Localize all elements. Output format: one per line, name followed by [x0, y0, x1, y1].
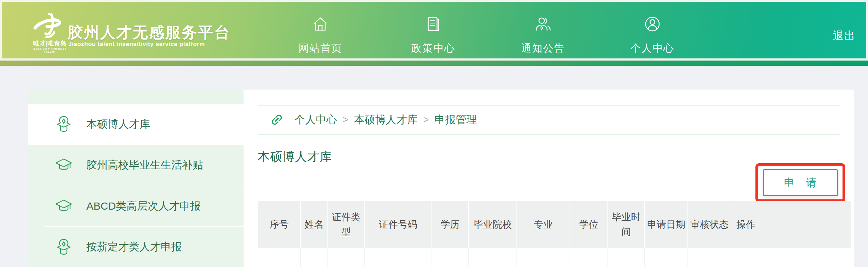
scholar-hat-icon	[55, 116, 72, 133]
graduation-cap-icon	[55, 198, 72, 215]
site-title: 胶州人才无感服务平台	[68, 22, 230, 43]
table-header-cell: 学历	[432, 201, 469, 248]
table-header-cell: 毕业院校	[469, 201, 517, 248]
logo-seal-subtext: BEST CITY FOR BEST TALENT	[29, 47, 70, 53]
header-sub-band	[0, 61, 868, 66]
table-header-cell: 姓名	[301, 201, 328, 248]
nav-label: 个人中心	[613, 41, 691, 56]
nav-item-policy[interactable]: 政策中心	[394, 2, 472, 60]
sidebar-item-graduate-subsidy[interactable]: 胶州高校毕业生生活补贴	[28, 145, 244, 186]
breadcrumb-item-talent-pool[interactable]: 本硕博人才库	[354, 113, 418, 127]
policy-document-icon	[425, 16, 441, 32]
user-circle-icon	[644, 16, 661, 32]
nav-label: 政策中心	[394, 41, 472, 56]
table-header-cell: 证件类型	[328, 201, 365, 248]
table-header-cell: 审核状态	[688, 201, 731, 248]
page-title: 本硕博人才库	[258, 149, 854, 165]
breadcrumb-item-profile[interactable]: 个人中心	[295, 113, 337, 127]
header-gradient-band: 唯才|唯青岛 BEST CITY FOR BEST TALENT 胶州人才无感服…	[2, 2, 866, 58]
logout-button[interactable]: 退出	[833, 29, 856, 43]
nav-item-home[interactable]: 网站首页	[281, 2, 359, 60]
sidebar: 本硕博人才库 胶州高校毕业生生活补贴 ABCD类高层次人才申报	[28, 90, 244, 267]
users-icon	[535, 16, 551, 32]
sidebar-item-label: 本硕博人才库	[86, 117, 150, 132]
table-header-cell: 操作	[731, 201, 851, 248]
logo-seal-text: 唯才|唯青岛	[29, 39, 70, 47]
table-header-row: 序号 姓名 证件类型 证件号码 学历 毕业院校 专业 学位 毕业时间 申请日期 …	[258, 201, 851, 248]
page: 唯才|唯青岛 BEST CITY FOR BEST TALENT 胶州人才无感服…	[0, 0, 868, 267]
table-header-cell: 学位	[570, 201, 608, 248]
nav-item-profile[interactable]: 个人中心	[613, 2, 691, 60]
sidebar-item-abcd-talent[interactable]: ABCD类高层次人才申报	[28, 186, 244, 226]
table-header-cell: 序号	[258, 201, 301, 248]
table-header-cell: 证件号码	[365, 201, 432, 248]
sidebar-item-label: 按薪定才类人才申报	[86, 240, 182, 254]
breadcrumb-separator: >	[343, 114, 348, 125]
table-row	[258, 248, 851, 267]
logo[interactable]	[33, 12, 63, 41]
top-header: 唯才|唯青岛 BEST CITY FOR BEST TALENT 胶州人才无感服…	[0, 0, 868, 66]
home-icon	[312, 16, 329, 32]
highlight-annotation: 申 请	[755, 163, 845, 202]
sidebar-item-label: ABCD类高层次人才申报	[86, 199, 201, 214]
breadcrumb-separator: >	[423, 114, 429, 125]
breadcrumb: 个人中心 > 本硕博人才库 > 申报管理	[258, 105, 840, 135]
sidebar-item-talent-pool[interactable]: 本硕博人才库	[28, 104, 244, 145]
table-header-cell: 专业	[517, 201, 570, 248]
sidebar-item-label: 胶州高校毕业生生活补贴	[86, 158, 203, 172]
table-header-cell: 申请日期	[645, 201, 688, 248]
nav-label: 通知公告	[504, 41, 582, 56]
applications-table: 序号 姓名 证件类型 证件号码 学历 毕业院校 专业 学位 毕业时间 申请日期 …	[258, 201, 851, 267]
apply-button[interactable]: 申 请	[763, 169, 838, 196]
breadcrumb-item-current: 申报管理	[435, 113, 477, 127]
scholar-hat-icon	[55, 239, 72, 256]
nav-item-announcements[interactable]: 通知公告	[504, 2, 582, 60]
main-panel: 个人中心 > 本硕博人才库 > 申报管理 本硕博人才库 申 请 序号 姓名 证件…	[244, 90, 854, 267]
graduation-cap-icon	[55, 157, 72, 174]
site-subtitle: Jiaozhou talent insensitivity service pl…	[68, 41, 205, 48]
logo-swirl-icon	[33, 12, 63, 41]
link-icon	[270, 113, 284, 127]
nav-label: 网站首页	[281, 41, 359, 56]
sidebar-item-salary-talent[interactable]: 按薪定才类人才申报	[28, 226, 244, 267]
table-header-cell: 毕业时间	[608, 201, 645, 248]
